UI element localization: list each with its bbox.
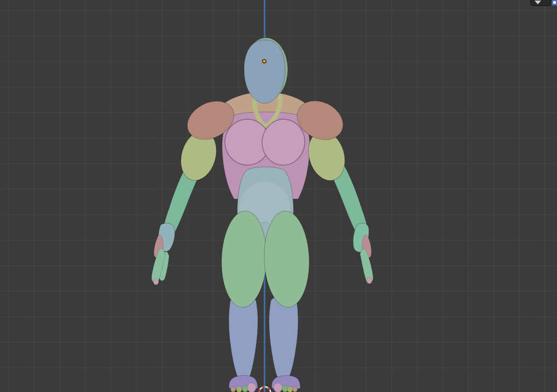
head-mesh[interactable] [244,40,285,103]
right-calf-mesh[interactable] [269,296,298,378]
right-toe-mid-mesh[interactable] [287,387,293,392]
left-calf-mesh[interactable] [229,296,258,378]
left-toe-mid-mesh[interactable] [236,387,242,392]
right-big-toe-mesh[interactable] [274,383,282,392]
viewport-shading-dropdown[interactable] [530,0,552,6]
right-toe-small-mesh[interactable] [293,387,298,392]
left-toe-small-mesh[interactable] [231,387,236,392]
left-thigh-mesh[interactable] [220,210,268,308]
3d-viewport[interactable] [0,0,557,392]
right-finger-tip-mesh[interactable] [367,277,372,284]
object-origin-point[interactable] [263,60,266,63]
corner-blue-button[interactable] [552,0,557,5]
humanoid-model[interactable] [0,0,557,392]
corner-button-glyph-icon [553,1,556,4]
cursor-3d[interactable] [259,387,271,392]
chevron-down-icon [535,1,541,4]
left-big-toe-mesh[interactable] [247,383,256,392]
left-finger-tip-mesh[interactable] [153,278,159,285]
right-thigh-mesh[interactable] [263,210,311,308]
